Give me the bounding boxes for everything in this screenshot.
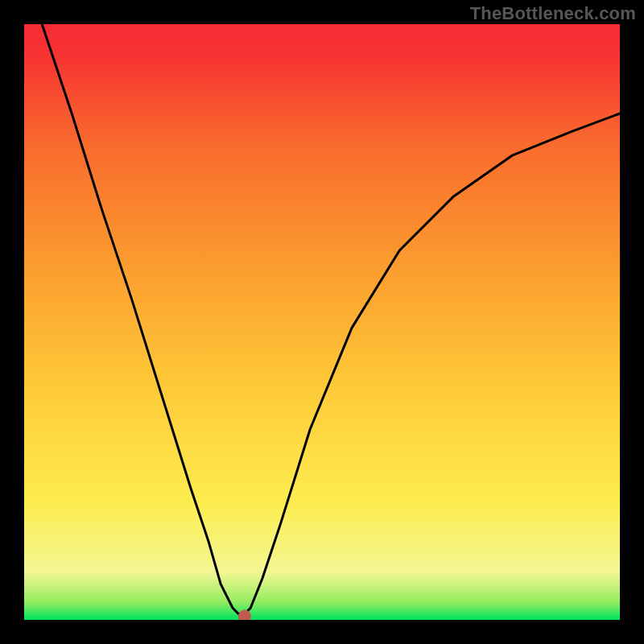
plot-background: [24, 24, 620, 620]
bottleneck-chart: [0, 0, 644, 644]
watermark-text: TheBottleneck.com: [470, 3, 636, 24]
